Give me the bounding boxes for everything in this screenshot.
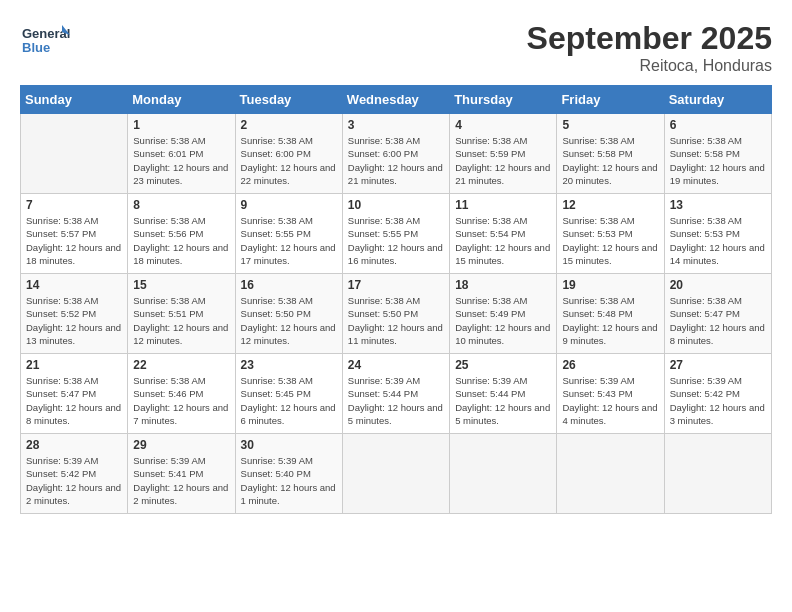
day-info: Sunrise: 5:38 AM Sunset: 5:46 PM Dayligh… xyxy=(133,374,229,427)
day-number: 17 xyxy=(348,278,444,292)
day-info: Sunrise: 5:38 AM Sunset: 5:55 PM Dayligh… xyxy=(241,214,337,267)
day-info: Sunrise: 5:38 AM Sunset: 5:55 PM Dayligh… xyxy=(348,214,444,267)
day-header-tuesday: Tuesday xyxy=(235,86,342,114)
calendar-cell: 2Sunrise: 5:38 AM Sunset: 6:00 PM Daylig… xyxy=(235,114,342,194)
day-number: 22 xyxy=(133,358,229,372)
day-number: 1 xyxy=(133,118,229,132)
day-info: Sunrise: 5:38 AM Sunset: 5:50 PM Dayligh… xyxy=(348,294,444,347)
day-info: Sunrise: 5:38 AM Sunset: 5:45 PM Dayligh… xyxy=(241,374,337,427)
day-info: Sunrise: 5:38 AM Sunset: 5:56 PM Dayligh… xyxy=(133,214,229,267)
day-header-saturday: Saturday xyxy=(664,86,771,114)
calendar-cell: 25Sunrise: 5:39 AM Sunset: 5:44 PM Dayli… xyxy=(450,354,557,434)
calendar-table: SundayMondayTuesdayWednesdayThursdayFrid… xyxy=(20,85,772,514)
calendar-cell: 11Sunrise: 5:38 AM Sunset: 5:54 PM Dayli… xyxy=(450,194,557,274)
day-number: 7 xyxy=(26,198,122,212)
day-number: 5 xyxy=(562,118,658,132)
day-info: Sunrise: 5:39 AM Sunset: 5:44 PM Dayligh… xyxy=(455,374,551,427)
day-info: Sunrise: 5:38 AM Sunset: 6:01 PM Dayligh… xyxy=(133,134,229,187)
page-header: General Blue September 2025 Reitoca, Hon… xyxy=(20,20,772,75)
calendar-cell: 26Sunrise: 5:39 AM Sunset: 5:43 PM Dayli… xyxy=(557,354,664,434)
calendar-week-row: 21Sunrise: 5:38 AM Sunset: 5:47 PM Dayli… xyxy=(21,354,772,434)
day-info: Sunrise: 5:38 AM Sunset: 6:00 PM Dayligh… xyxy=(348,134,444,187)
day-number: 3 xyxy=(348,118,444,132)
calendar-cell xyxy=(557,434,664,514)
day-info: Sunrise: 5:39 AM Sunset: 5:42 PM Dayligh… xyxy=(26,454,122,507)
day-number: 19 xyxy=(562,278,658,292)
day-info: Sunrise: 5:38 AM Sunset: 5:48 PM Dayligh… xyxy=(562,294,658,347)
calendar-cell: 8Sunrise: 5:38 AM Sunset: 5:56 PM Daylig… xyxy=(128,194,235,274)
calendar-week-row: 7Sunrise: 5:38 AM Sunset: 5:57 PM Daylig… xyxy=(21,194,772,274)
day-info: Sunrise: 5:38 AM Sunset: 5:58 PM Dayligh… xyxy=(670,134,766,187)
day-number: 15 xyxy=(133,278,229,292)
day-number: 11 xyxy=(455,198,551,212)
calendar-cell: 23Sunrise: 5:38 AM Sunset: 5:45 PM Dayli… xyxy=(235,354,342,434)
calendar-cell: 22Sunrise: 5:38 AM Sunset: 5:46 PM Dayli… xyxy=(128,354,235,434)
calendar-cell: 10Sunrise: 5:38 AM Sunset: 5:55 PM Dayli… xyxy=(342,194,449,274)
calendar-cell: 4Sunrise: 5:38 AM Sunset: 5:59 PM Daylig… xyxy=(450,114,557,194)
day-number: 26 xyxy=(562,358,658,372)
day-number: 23 xyxy=(241,358,337,372)
day-number: 29 xyxy=(133,438,229,452)
calendar-cell: 21Sunrise: 5:38 AM Sunset: 5:47 PM Dayli… xyxy=(21,354,128,434)
day-number: 27 xyxy=(670,358,766,372)
day-header-sunday: Sunday xyxy=(21,86,128,114)
day-info: Sunrise: 5:38 AM Sunset: 5:50 PM Dayligh… xyxy=(241,294,337,347)
day-info: Sunrise: 5:38 AM Sunset: 5:53 PM Dayligh… xyxy=(562,214,658,267)
calendar-cell xyxy=(21,114,128,194)
day-info: Sunrise: 5:38 AM Sunset: 5:47 PM Dayligh… xyxy=(26,374,122,427)
day-number: 9 xyxy=(241,198,337,212)
day-info: Sunrise: 5:38 AM Sunset: 5:57 PM Dayligh… xyxy=(26,214,122,267)
day-number: 14 xyxy=(26,278,122,292)
logo: General Blue xyxy=(20,20,74,60)
day-info: Sunrise: 5:38 AM Sunset: 6:00 PM Dayligh… xyxy=(241,134,337,187)
calendar-week-row: 14Sunrise: 5:38 AM Sunset: 5:52 PM Dayli… xyxy=(21,274,772,354)
calendar-cell: 30Sunrise: 5:39 AM Sunset: 5:40 PM Dayli… xyxy=(235,434,342,514)
location-subtitle: Reitoca, Honduras xyxy=(527,57,772,75)
calendar-cell xyxy=(342,434,449,514)
day-number: 6 xyxy=(670,118,766,132)
calendar-cell: 6Sunrise: 5:38 AM Sunset: 5:58 PM Daylig… xyxy=(664,114,771,194)
calendar-cell: 20Sunrise: 5:38 AM Sunset: 5:47 PM Dayli… xyxy=(664,274,771,354)
calendar-header-row: SundayMondayTuesdayWednesdayThursdayFrid… xyxy=(21,86,772,114)
calendar-cell: 14Sunrise: 5:38 AM Sunset: 5:52 PM Dayli… xyxy=(21,274,128,354)
day-info: Sunrise: 5:39 AM Sunset: 5:42 PM Dayligh… xyxy=(670,374,766,427)
calendar-cell: 16Sunrise: 5:38 AM Sunset: 5:50 PM Dayli… xyxy=(235,274,342,354)
calendar-cell: 29Sunrise: 5:39 AM Sunset: 5:41 PM Dayli… xyxy=(128,434,235,514)
day-info: Sunrise: 5:38 AM Sunset: 5:59 PM Dayligh… xyxy=(455,134,551,187)
day-info: Sunrise: 5:39 AM Sunset: 5:41 PM Dayligh… xyxy=(133,454,229,507)
day-info: Sunrise: 5:39 AM Sunset: 5:44 PM Dayligh… xyxy=(348,374,444,427)
day-number: 24 xyxy=(348,358,444,372)
calendar-cell xyxy=(664,434,771,514)
calendar-cell: 15Sunrise: 5:38 AM Sunset: 5:51 PM Dayli… xyxy=(128,274,235,354)
day-info: Sunrise: 5:39 AM Sunset: 5:40 PM Dayligh… xyxy=(241,454,337,507)
day-number: 20 xyxy=(670,278,766,292)
day-number: 8 xyxy=(133,198,229,212)
day-number: 18 xyxy=(455,278,551,292)
day-number: 4 xyxy=(455,118,551,132)
calendar-cell xyxy=(450,434,557,514)
calendar-cell: 12Sunrise: 5:38 AM Sunset: 5:53 PM Dayli… xyxy=(557,194,664,274)
logo-icon: General Blue xyxy=(20,20,70,60)
day-info: Sunrise: 5:38 AM Sunset: 5:49 PM Dayligh… xyxy=(455,294,551,347)
day-number: 16 xyxy=(241,278,337,292)
calendar-week-row: 28Sunrise: 5:39 AM Sunset: 5:42 PM Dayli… xyxy=(21,434,772,514)
calendar-cell: 24Sunrise: 5:39 AM Sunset: 5:44 PM Dayli… xyxy=(342,354,449,434)
day-number: 25 xyxy=(455,358,551,372)
calendar-cell: 19Sunrise: 5:38 AM Sunset: 5:48 PM Dayli… xyxy=(557,274,664,354)
month-title: September 2025 xyxy=(527,20,772,57)
calendar-cell: 17Sunrise: 5:38 AM Sunset: 5:50 PM Dayli… xyxy=(342,274,449,354)
calendar-cell: 5Sunrise: 5:38 AM Sunset: 5:58 PM Daylig… xyxy=(557,114,664,194)
calendar-cell: 18Sunrise: 5:38 AM Sunset: 5:49 PM Dayli… xyxy=(450,274,557,354)
day-header-monday: Monday xyxy=(128,86,235,114)
day-info: Sunrise: 5:38 AM Sunset: 5:52 PM Dayligh… xyxy=(26,294,122,347)
day-info: Sunrise: 5:39 AM Sunset: 5:43 PM Dayligh… xyxy=(562,374,658,427)
calendar-cell: 28Sunrise: 5:39 AM Sunset: 5:42 PM Dayli… xyxy=(21,434,128,514)
calendar-cell: 3Sunrise: 5:38 AM Sunset: 6:00 PM Daylig… xyxy=(342,114,449,194)
calendar-cell: 27Sunrise: 5:39 AM Sunset: 5:42 PM Dayli… xyxy=(664,354,771,434)
calendar-cell: 1Sunrise: 5:38 AM Sunset: 6:01 PM Daylig… xyxy=(128,114,235,194)
day-number: 12 xyxy=(562,198,658,212)
title-block: September 2025 Reitoca, Honduras xyxy=(527,20,772,75)
day-header-wednesday: Wednesday xyxy=(342,86,449,114)
day-header-friday: Friday xyxy=(557,86,664,114)
day-number: 21 xyxy=(26,358,122,372)
